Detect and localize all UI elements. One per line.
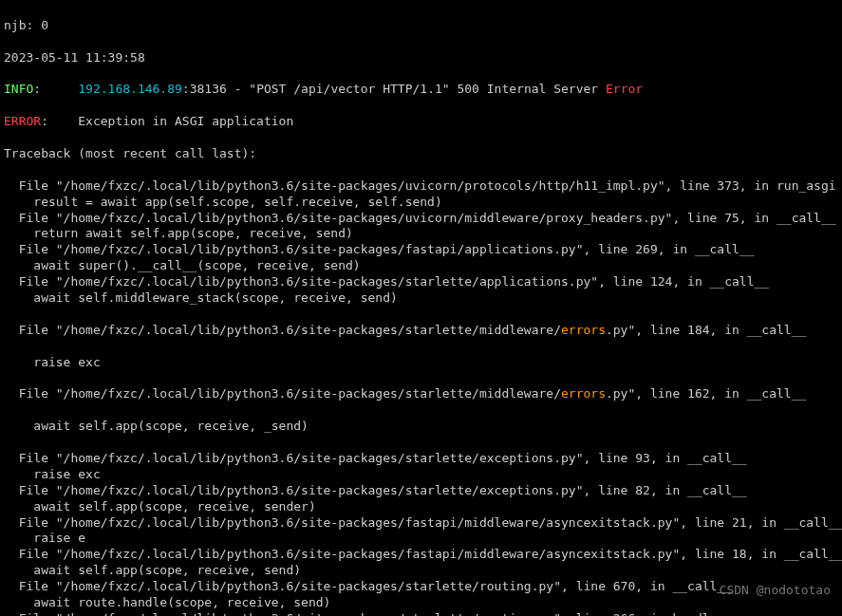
tb-code: await self.app(scope, receive, _send) (4, 419, 838, 435)
watermark: CSDN @nodototao (720, 583, 831, 599)
tb-code: raise e (4, 531, 838, 547)
terminal-output[interactable]: njb: 0 2023-05-11 11:39:58 INFO: 192.168… (0, 0, 842, 616)
error-line: ERROR: Exception in ASGI application (4, 114, 838, 130)
tb-code: await super().__call__(scope, receive, s… (4, 258, 838, 274)
tb-file: File "/home/fxzc/.local/lib/python3.6/si… (4, 178, 838, 195)
tb-file: File "/home/fxzc/.local/lib/python3.6/si… (4, 611, 838, 616)
tb-code: await self.middleware_stack(scope, recei… (4, 290, 838, 307)
tb-file: File "/home/fxzc/.local/lib/python3.6/si… (4, 579, 838, 595)
tb-code: await self.app(scope, receive, send) (4, 563, 838, 579)
tb-code: await route.handle(scope, receive, send) (4, 595, 838, 611)
tb-file: File "/home/fxzc/.local/lib/python3.6/si… (4, 515, 838, 532)
errors-highlight: errors (561, 386, 606, 401)
tb-file: File "/home/fxzc/.local/lib/python3.6/si… (4, 323, 838, 339)
info-line: INFO: 192.168.146.89:38136 - "POST /api/… (4, 82, 838, 98)
tb-code: raise exc (4, 355, 838, 371)
tb-file: File "/home/fxzc/.local/lib/python3.6/si… (4, 451, 838, 467)
tb-file: File "/home/fxzc/.local/lib/python3.6/si… (4, 242, 838, 258)
info-label: INFO (4, 82, 33, 96)
traceback-frames: File "/home/fxzc/.local/lib/python3.6/si… (4, 178, 838, 307)
errors-highlight: errors (561, 323, 606, 337)
tb-file: File "/home/fxzc/.local/lib/python3.6/si… (4, 483, 838, 499)
tb-file: File "/home/fxzc/.local/lib/python3.6/si… (4, 211, 838, 227)
tb-file: File "/home/fxzc/.local/lib/python3.6/si… (4, 386, 838, 402)
traceback-header: Traceback (most recent call last): (4, 146, 838, 162)
tb-file: File "/home/fxzc/.local/lib/python3.6/si… (4, 274, 838, 290)
timestamp-line: 2023-05-11 11:39:58 (4, 50, 838, 66)
tb-file: File "/home/fxzc/.local/lib/python3.6/si… (4, 547, 838, 563)
error-word: Error (606, 82, 643, 96)
prompt-line: njb: 0 (4, 18, 838, 34)
tb-code: raise exc (4, 467, 838, 483)
client-ip: 192.168.146.89 (78, 82, 182, 96)
tb-code: await self.app(scope, receive, sender) (4, 499, 838, 515)
tb-code: return await self.app(scope, receive, se… (4, 226, 838, 242)
traceback-frames: File "/home/fxzc/.local/lib/python3.6/si… (4, 451, 838, 616)
error-label: ERROR (4, 114, 41, 128)
tb-code: result = await app(self.scope, self.rece… (4, 195, 838, 211)
